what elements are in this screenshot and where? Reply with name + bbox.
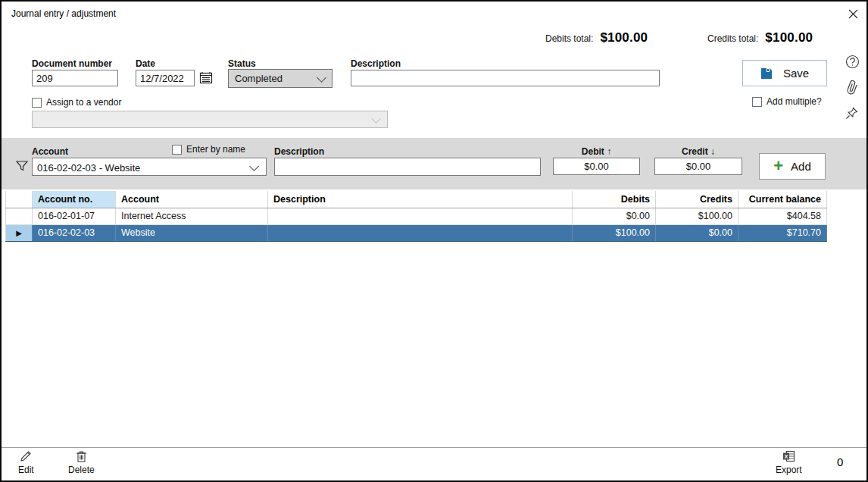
status-select[interactable]: Completed: [228, 69, 333, 88]
entry-description-label: Description: [274, 146, 324, 157]
cell-credits[interactable]: $0.00: [656, 224, 738, 241]
col-header-current-balance[interactable]: Current balance: [738, 191, 827, 208]
add-multiple-label: Add multiple?: [767, 96, 822, 107]
add-button[interactable]: + Add: [759, 153, 826, 180]
export-button[interactable]: X Export: [776, 449, 802, 475]
assign-vendor-label: Assign to a vendor: [46, 97, 121, 108]
row-selector-cell[interactable]: [6, 208, 33, 224]
plus-icon: +: [773, 158, 783, 174]
status-value: Completed: [235, 73, 283, 84]
debit-label: Debit ↑: [553, 146, 640, 157]
enter-by-name-checkbox[interactable]: Enter by name: [172, 144, 245, 155]
chevron-down-icon: [317, 73, 326, 83]
excel-export-icon: X: [782, 449, 795, 462]
description-input[interactable]: [351, 70, 660, 86]
cell-account[interactable]: Internet Access: [116, 208, 268, 224]
credits-total: Credits total: $100.00: [707, 30, 813, 45]
credit-input[interactable]: [654, 158, 742, 175]
row-selector-header: [6, 191, 33, 208]
cell-debits[interactable]: $100.00: [573, 224, 656, 241]
description-label: Description: [351, 58, 401, 69]
journal-entry-window: Journal entry / adjustment Debits total:…: [0, 0, 868, 482]
footer-divider: [2, 447, 866, 448]
add-multiple-checkbox-box[interactable]: [752, 97, 762, 107]
chevron-down-icon: [249, 161, 259, 171]
save-button-label: Save: [783, 67, 809, 80]
table-row[interactable]: 016-02-01-07 Internet Access $0.00 $100.…: [6, 208, 827, 224]
add-multiple-checkbox[interactable]: Add multiple?: [752, 96, 822, 107]
cell-balance[interactable]: $710.70: [738, 224, 827, 241]
cell-description[interactable]: [268, 208, 573, 224]
cell-credits[interactable]: $100.00: [656, 208, 738, 224]
export-button-label: Export: [776, 465, 802, 475]
credits-total-label: Credits total:: [707, 33, 758, 44]
chevron-down-icon: [371, 114, 381, 124]
close-icon[interactable]: [845, 6, 860, 21]
cell-account-no[interactable]: 016-02-01-07: [33, 208, 116, 224]
status-label: Status: [228, 58, 256, 69]
date-label: Date: [136, 58, 155, 69]
col-header-debits[interactable]: Debits: [573, 191, 656, 208]
document-number-input[interactable]: [32, 70, 118, 86]
vendor-select[interactable]: [32, 111, 388, 128]
col-header-credits[interactable]: Credits: [656, 191, 738, 208]
help-icon[interactable]: [845, 55, 860, 69]
enter-by-name-label: Enter by name: [186, 144, 245, 155]
assign-vendor-checkbox[interactable]: Assign to a vendor: [32, 97, 121, 108]
cell-description[interactable]: [268, 224, 573, 241]
record-count: 0: [837, 455, 843, 468]
calendar-icon[interactable]: [199, 71, 213, 88]
debits-total-value: $100.00: [600, 30, 648, 45]
assign-vendor-checkbox-box[interactable]: [32, 98, 42, 108]
debit-input[interactable]: [553, 158, 640, 175]
debits-total: Debits total: $100.00: [545, 30, 648, 45]
attachment-icon[interactable]: [844, 78, 860, 97]
delete-button-label: Delete: [68, 465, 95, 475]
edit-button[interactable]: Edit: [18, 449, 34, 475]
col-header-account-no[interactable]: Account no.: [33, 191, 116, 208]
window-title: Journal entry / adjustment: [11, 8, 116, 19]
cell-debits[interactable]: $0.00: [573, 208, 656, 224]
date-input[interactable]: [136, 70, 195, 86]
enter-by-name-checkbox-box[interactable]: [172, 145, 182, 155]
delete-button[interactable]: Delete: [68, 449, 95, 475]
add-button-label: Add: [791, 160, 811, 173]
account-combobox-value: 016-02-02-03 - Website: [37, 162, 140, 174]
table-row-selected[interactable]: ▶ 016-02-02-03 Website $100.00 $0.00 $71…: [6, 224, 827, 241]
col-header-description[interactable]: Description: [268, 191, 573, 208]
credits-total-value: $100.00: [765, 30, 813, 45]
cell-balance[interactable]: $404.58: [738, 208, 827, 224]
row-selector-arrow-icon[interactable]: ▶: [6, 224, 33, 241]
cell-account[interactable]: Website: [116, 224, 268, 241]
account-combobox[interactable]: 016-02-02-03 - Website: [32, 158, 267, 176]
credit-label: Credit ↓: [654, 146, 742, 157]
trash-icon: [76, 449, 87, 462]
journal-lines-table: Account no. Account Description Debits C…: [5, 191, 827, 242]
pin-icon[interactable]: [845, 106, 859, 121]
col-header-account[interactable]: Account: [116, 191, 268, 208]
entry-description-input[interactable]: [274, 158, 541, 176]
svg-text:X: X: [784, 452, 788, 459]
account-label: Account: [32, 146, 68, 157]
save-icon: [760, 67, 773, 80]
filter-icon[interactable]: [15, 159, 29, 176]
debits-total-label: Debits total:: [545, 33, 593, 44]
table-header-row: Account no. Account Description Debits C…: [6, 191, 827, 208]
cell-account-no[interactable]: 016-02-02-03: [33, 224, 116, 241]
edit-button-label: Edit: [18, 465, 34, 475]
save-button[interactable]: Save: [742, 60, 827, 86]
pencil-icon: [20, 449, 32, 462]
document-number-label: Document number: [32, 58, 112, 69]
